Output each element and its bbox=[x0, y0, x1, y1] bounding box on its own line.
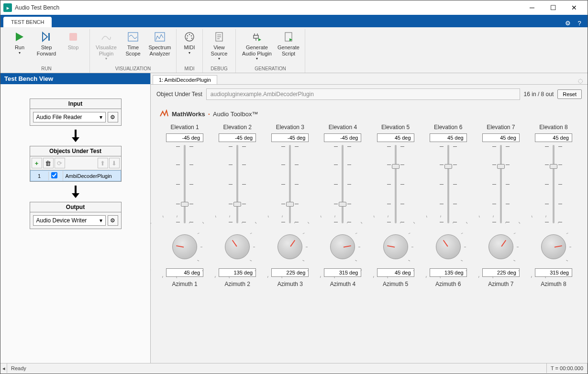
elevation-slider[interactable] bbox=[177, 145, 192, 225]
elevation-slider[interactable] bbox=[546, 145, 561, 225]
azimuth-value[interactable]: 45 deg bbox=[377, 268, 414, 277]
channel-1: Elevation 1 -45 deg 45 deg Azimuth 1 bbox=[159, 120, 210, 290]
ribbon: Run▾ Step Forward Stop RUN Visualize Plu… bbox=[0, 27, 588, 73]
elevation-label: Elevation 5 bbox=[381, 124, 410, 131]
azimuth-knob[interactable] bbox=[273, 230, 307, 264]
azimuth-value[interactable]: 315 deg bbox=[324, 268, 361, 277]
status-scroll-left[interactable]: ◂ bbox=[0, 363, 7, 373]
refresh-button[interactable]: ⟳ bbox=[55, 158, 65, 168]
azimuth-knob[interactable] bbox=[168, 230, 201, 264]
elevation-slider[interactable] bbox=[282, 145, 298, 225]
left-panel-header: Test Bench View bbox=[0, 73, 150, 84]
help-icon[interactable]: ? bbox=[575, 19, 584, 27]
elevation-value[interactable]: -45 deg bbox=[324, 133, 361, 142]
elevation-value[interactable]: 45 deg bbox=[535, 133, 572, 142]
svg-point-11 bbox=[191, 38, 192, 39]
azimuth-knob[interactable] bbox=[432, 230, 465, 264]
input-settings-button[interactable]: ⚙ bbox=[108, 112, 118, 122]
channel-3: Elevation 3 -45 deg 225 deg Azimuth 3 bbox=[265, 120, 315, 290]
generate-script-button[interactable]: Generate Script bbox=[275, 29, 302, 66]
mathworks-icon bbox=[159, 110, 169, 118]
midi-button[interactable]: MIDI▾ bbox=[179, 29, 200, 66]
step-forward-button[interactable]: Step Forward bbox=[33, 29, 60, 66]
spectrum-analyzer-button[interactable]: Spectrum Analyzer bbox=[146, 29, 173, 66]
channel-2: Elevation 2 -45 deg 135 deg Azimuth 2 bbox=[212, 120, 263, 290]
stop-icon bbox=[67, 30, 80, 44]
generate-plugin-button[interactable]: Generate Audio Plugin▾ bbox=[239, 29, 275, 66]
azimuth-value[interactable]: 135 deg bbox=[430, 268, 467, 277]
elevation-value[interactable]: -45 deg bbox=[271, 133, 309, 142]
status-ready: Ready bbox=[7, 363, 547, 373]
elevation-value[interactable]: -45 deg bbox=[219, 133, 256, 142]
svg-point-6 bbox=[185, 33, 194, 41]
objects-box: Objects Under Test + 🗑 ⟳ ⬆ ⬇ 1 AmbiDecod… bbox=[30, 146, 122, 182]
azimuth-knob[interactable] bbox=[484, 230, 518, 264]
object-row[interactable]: 1 AmbiDecoderPlugin bbox=[30, 170, 121, 181]
azimuth-value[interactable]: 45 deg bbox=[166, 268, 203, 277]
azimuth-value[interactable]: 315 deg bbox=[535, 268, 572, 277]
elevation-value[interactable]: -45 deg bbox=[166, 133, 203, 142]
plugin-tabs: 1: AmbiDecoderPlugin ◌ bbox=[151, 73, 588, 85]
group-viz-label: VISUALIZATION bbox=[115, 66, 151, 73]
output-settings-button[interactable]: ⚙ bbox=[108, 215, 118, 226]
channel-4: Elevation 4 -45 deg 315 deg Azimuth 4 bbox=[317, 120, 368, 290]
delete-object-button[interactable]: 🗑 bbox=[43, 158, 54, 168]
reset-button[interactable]: Reset bbox=[557, 89, 582, 99]
step-icon bbox=[40, 30, 53, 44]
input-select[interactable]: Audio File Reader▾ bbox=[33, 112, 106, 122]
close-button[interactable]: ✕ bbox=[564, 1, 585, 14]
input-box: Input Audio File Reader▾ ⚙ bbox=[30, 99, 122, 126]
group-debug-label: DEBUG bbox=[211, 66, 228, 73]
svg-rect-5 bbox=[155, 33, 165, 41]
elevation-slider[interactable] bbox=[388, 145, 403, 225]
run-button[interactable]: Run▾ bbox=[6, 29, 33, 66]
azimuth-value[interactable]: 135 deg bbox=[219, 268, 256, 277]
group-run-label: RUN bbox=[41, 66, 52, 73]
midi-icon bbox=[183, 30, 196, 44]
right-panel: 1: AmbiDecoderPlugin ◌ Object Under Test… bbox=[151, 73, 588, 363]
plugin-tab-1[interactable]: 1: AmbiDecoderPlugin bbox=[153, 75, 217, 84]
azimuth-label: Azimuth 5 bbox=[383, 281, 408, 287]
gear-icon[interactable]: ⚙ bbox=[564, 19, 572, 27]
view-source-button[interactable]: View Source▾ bbox=[206, 29, 233, 66]
status-time: T = 00:00.000 bbox=[547, 363, 588, 373]
time-scope-button[interactable]: Time Scope bbox=[120, 29, 146, 66]
object-checkbox[interactable] bbox=[51, 172, 57, 178]
add-object-button[interactable]: + bbox=[32, 158, 42, 168]
azimuth-label: Azimuth 3 bbox=[277, 281, 303, 287]
move-down-button[interactable]: ⬇ bbox=[109, 158, 120, 168]
elevation-label: Elevation 3 bbox=[276, 124, 304, 131]
elevation-slider[interactable] bbox=[493, 145, 509, 225]
azimuth-knob[interactable] bbox=[537, 230, 570, 264]
minimize-button[interactable]: ─ bbox=[521, 1, 543, 14]
azimuth-value[interactable]: 225 deg bbox=[482, 268, 520, 277]
svg-rect-2 bbox=[48, 33, 50, 41]
azimuth-label: Azimuth 8 bbox=[541, 281, 566, 287]
tab-test-bench[interactable]: TEST BENCH bbox=[3, 17, 52, 27]
visualize-plugin-button[interactable]: Visualize Plugin▾ bbox=[93, 29, 120, 66]
stop-button[interactable]: Stop bbox=[60, 29, 87, 66]
chevron-down-icon: ▾ bbox=[100, 114, 102, 121]
maximize-button[interactable]: ☐ bbox=[543, 1, 564, 14]
tab-options-icon[interactable]: ◌ bbox=[578, 77, 588, 84]
output-select[interactable]: Audio Device Writer▾ bbox=[33, 215, 106, 226]
move-up-button[interactable]: ⬆ bbox=[98, 158, 108, 168]
channel-8: Elevation 8 45 deg 315 deg Azimuth 8 bbox=[528, 120, 579, 290]
elevation-slider[interactable] bbox=[441, 145, 456, 225]
obj-under-test-field[interactable]: audiopluginexample.AmbiDecoderPlugin bbox=[206, 88, 520, 100]
elevation-value[interactable]: 45 deg bbox=[430, 133, 467, 142]
svg-point-10 bbox=[187, 38, 188, 39]
azimuth-knob[interactable] bbox=[379, 230, 412, 264]
azimuth-label: Azimuth 4 bbox=[330, 281, 355, 287]
elevation-value[interactable]: 45 deg bbox=[377, 133, 414, 142]
azimuth-knob[interactable] bbox=[326, 230, 359, 264]
elevation-label: Elevation 8 bbox=[539, 124, 567, 131]
elevation-slider[interactable] bbox=[335, 145, 350, 225]
elevation-value[interactable]: 45 deg bbox=[482, 133, 520, 142]
azimuth-knob[interactable] bbox=[221, 230, 254, 264]
azimuth-value[interactable]: 225 deg bbox=[271, 268, 309, 277]
elevation-slider[interactable] bbox=[230, 145, 245, 225]
visualize-icon bbox=[100, 30, 113, 44]
svg-marker-1 bbox=[43, 33, 47, 41]
output-title: Output bbox=[30, 202, 121, 212]
